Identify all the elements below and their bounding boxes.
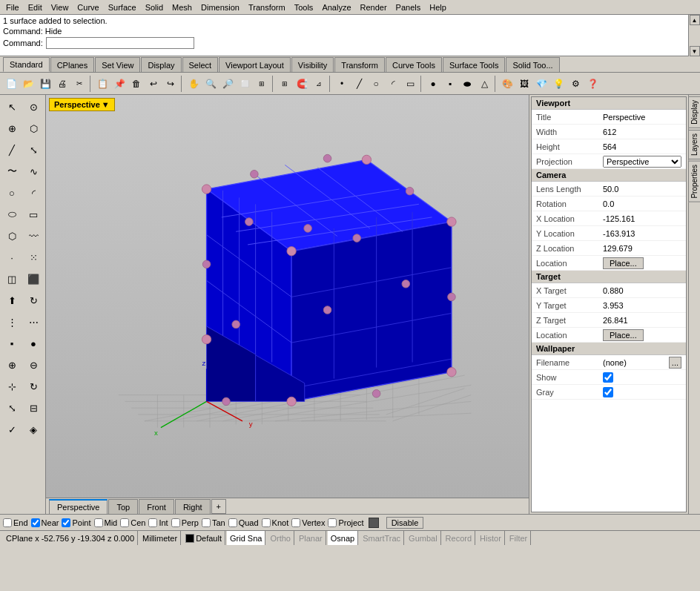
tab-curve-tools[interactable]: Curve Tools bbox=[386, 57, 442, 72]
status-osnap[interactable]: Osnap bbox=[328, 531, 358, 545]
tool-move[interactable]: ⊹ bbox=[1, 376, 22, 397]
viewport-container[interactable]: Perspective ▼ bbox=[46, 95, 529, 514]
tool-box[interactable]: ▪ bbox=[442, 76, 458, 92]
osnap-disable-btn[interactable]: Disable bbox=[386, 517, 424, 529]
osnap-project-label[interactable]: Project bbox=[338, 518, 363, 527]
menu-view[interactable]: View bbox=[47, 1, 73, 13]
menu-render[interactable]: Render bbox=[356, 1, 392, 13]
menu-file[interactable]: File bbox=[1, 1, 24, 13]
tool-point2[interactable]: · bbox=[1, 247, 22, 268]
osnap-project-check[interactable] bbox=[328, 518, 337, 527]
tool-boolean-union[interactable]: ⊕ bbox=[1, 354, 22, 375]
osnap-tan-label[interactable]: Tan bbox=[212, 518, 225, 527]
tool-boolean-diff[interactable]: ⊖ bbox=[23, 354, 44, 375]
vp-tab-front[interactable]: Front bbox=[139, 499, 174, 514]
panel-show-checkbox[interactable] bbox=[603, 372, 613, 383]
tab-setview[interactable]: Set View bbox=[95, 57, 140, 72]
panel-browse-btn[interactable]: ... bbox=[669, 357, 681, 369]
tool-zoom-window[interactable]: ⬜ bbox=[237, 76, 253, 92]
menu-surface[interactable]: Surface bbox=[104, 1, 141, 13]
tab-visibility[interactable]: Visibility bbox=[291, 57, 334, 72]
menu-solid[interactable]: Solid bbox=[141, 1, 168, 13]
panel-projection-select[interactable]: Perspective Parallel bbox=[603, 156, 681, 168]
osnap-near-label[interactable]: Near bbox=[42, 518, 59, 527]
tool-redo[interactable]: ↪ bbox=[162, 76, 179, 92]
tool-interp-curve[interactable]: ∿ bbox=[23, 161, 44, 182]
tool-sweep1[interactable]: ⋯ bbox=[23, 311, 44, 332]
panel-gray-checkbox[interactable] bbox=[603, 387, 613, 397]
scroll-down-btn[interactable]: ▼ bbox=[690, 46, 700, 56]
tool-render[interactable]: 🖼 bbox=[516, 76, 532, 92]
side-tab-properties[interactable]: Properties bbox=[688, 161, 700, 202]
tool-delete[interactable]: 🗑 bbox=[128, 76, 145, 92]
tool-ellipse[interactable]: ⬭ bbox=[1, 204, 22, 225]
osnap-near-check[interactable] bbox=[31, 518, 40, 527]
tool-point[interactable]: • bbox=[334, 76, 350, 92]
tool-line[interactable]: ╱ bbox=[351, 76, 367, 92]
osnap-end-check[interactable] bbox=[3, 518, 12, 527]
tab-select[interactable]: Select bbox=[182, 57, 219, 72]
tool-zoom-in[interactable]: 🔍 bbox=[202, 76, 219, 92]
tool-extrude[interactable]: ⬆ bbox=[1, 290, 22, 311]
tool-circle2[interactable]: ○ bbox=[1, 182, 22, 203]
osnap-quad-check[interactable] bbox=[228, 518, 237, 527]
tool-cylinder[interactable]: ⬬ bbox=[459, 76, 475, 92]
osnap-mid-check[interactable] bbox=[94, 518, 103, 527]
tool-rect[interactable]: ▭ bbox=[402, 76, 418, 92]
osnap-quad-label[interactable]: Quad bbox=[239, 518, 259, 527]
menu-tools[interactable]: Tools bbox=[290, 1, 318, 13]
osnap-knot-check[interactable] bbox=[262, 518, 271, 527]
tool-cone[interactable]: △ bbox=[476, 76, 492, 92]
tool-polygon[interactable]: ⬡ bbox=[1, 225, 22, 246]
osnap-vertex-check[interactable] bbox=[291, 518, 300, 527]
status-planar[interactable]: Planar bbox=[296, 531, 326, 545]
menu-edit[interactable]: Edit bbox=[24, 1, 47, 13]
tool-rect2[interactable]: ▭ bbox=[23, 204, 44, 225]
vp-tab-top[interactable]: Top bbox=[108, 499, 138, 514]
tool-cut[interactable]: ✂ bbox=[71, 76, 88, 92]
menu-transform[interactable]: Transform bbox=[244, 1, 290, 13]
tab-display[interactable]: Display bbox=[141, 57, 181, 72]
tool-render-preview[interactable]: 🎨 bbox=[499, 76, 515, 92]
osnap-tan-check[interactable] bbox=[202, 518, 211, 527]
menu-dimension[interactable]: Dimension bbox=[197, 1, 244, 13]
tool-sphere[interactable]: ● bbox=[425, 76, 441, 92]
menu-analyze[interactable]: Analyze bbox=[317, 1, 355, 13]
tool-undo[interactable]: ↩ bbox=[145, 76, 162, 92]
command-input[interactable] bbox=[46, 37, 194, 49]
tool-snap[interactable]: 🧲 bbox=[294, 76, 310, 92]
tab-transform[interactable]: Transform bbox=[334, 57, 385, 72]
status-histor[interactable]: Histor bbox=[477, 531, 505, 545]
menu-help[interactable]: Help bbox=[425, 1, 451, 13]
side-tab-display[interactable]: Display bbox=[688, 96, 700, 128]
tool-pan[interactable]: ✋ bbox=[185, 76, 202, 92]
panel-tgt-place-btn[interactable]: Place... bbox=[603, 329, 644, 341]
vp-tab-perspective[interactable]: Perspective bbox=[49, 499, 108, 514]
scroll-up-btn[interactable]: ▲ bbox=[690, 15, 700, 25]
status-smarttrack[interactable]: SmartTrac bbox=[360, 531, 404, 545]
tool-print[interactable]: 🖨 bbox=[54, 76, 70, 92]
vp-tab-right[interactable]: Right bbox=[175, 499, 211, 514]
tool-arc[interactable]: ◜ bbox=[385, 76, 401, 92]
osnap-mid-label[interactable]: Mid bbox=[105, 518, 118, 527]
status-record[interactable]: Record bbox=[443, 531, 475, 545]
tool-check[interactable]: ✓ bbox=[1, 419, 22, 440]
tool-free-curve[interactable]: 〜 bbox=[1, 161, 22, 182]
tool-scale[interactable]: ⤡ bbox=[1, 397, 22, 418]
osnap-cen-check[interactable] bbox=[120, 518, 129, 527]
tab-surface-tools[interactable]: Surface Tools bbox=[443, 57, 505, 72]
tool-ortho[interactable]: ⊿ bbox=[311, 76, 327, 92]
osnap-knot-label[interactable]: Knot bbox=[272, 518, 289, 527]
tab-standard[interactable]: Standard bbox=[3, 57, 50, 72]
tool-helix[interactable]: 〰 bbox=[23, 225, 44, 246]
tool-help[interactable]: ❓ bbox=[584, 76, 601, 92]
status-gumbal[interactable]: Gumbal bbox=[406, 531, 441, 545]
tool-light[interactable]: 💡 bbox=[550, 76, 567, 92]
tool-control-pts[interactable]: ⬡ bbox=[23, 118, 44, 139]
tool-zoom-all[interactable]: ⊞ bbox=[254, 76, 270, 92]
tool-dim[interactable]: ◈ bbox=[23, 419, 44, 440]
tool-revolve[interactable]: ↻ bbox=[23, 290, 44, 311]
tool-polyline[interactable]: ⤡ bbox=[23, 139, 44, 160]
tab-cplanes[interactable]: CPlanes bbox=[50, 57, 95, 72]
osnap-cen-label[interactable]: Cen bbox=[131, 518, 145, 527]
